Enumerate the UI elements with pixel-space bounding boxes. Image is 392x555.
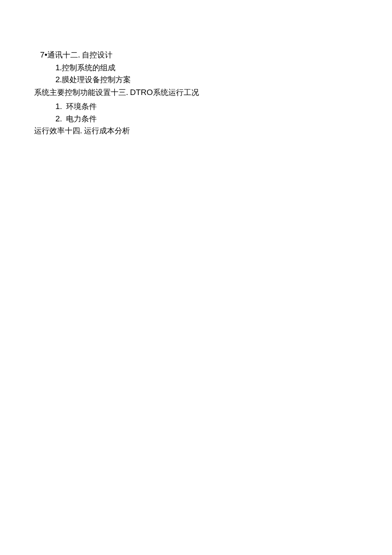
list-item-number: 1 bbox=[55, 62, 60, 74]
section-next-block: 1. 环境条件 2. 电力条件 运行效率十四. 运行成本分析 bbox=[40, 101, 392, 137]
section-13-prefix: 系统主要控制功能设置十三. bbox=[34, 88, 130, 97]
section-7-heading-text: 通讯十二. 自控设计 bbox=[47, 51, 112, 59]
dtro-label: DTRO bbox=[130, 88, 153, 97]
section-13-heading-line: 系统主要控制功能设置十三. DTRO系统运行工况 bbox=[34, 86, 392, 99]
section-14-text: 运行效率十四. 运行成本分析 bbox=[34, 127, 130, 135]
list-item-text: 电力条件 bbox=[66, 115, 97, 123]
section-7-heading-line: 7•通讯十二. 自控设计 bbox=[40, 49, 392, 61]
list-item-text: 控制系统的组成 bbox=[62, 63, 115, 72]
list-item-text: 膜处理设备控制方案 bbox=[62, 75, 131, 84]
list-item: 1. 环境条件 bbox=[40, 101, 392, 112]
list-item: 2. 电力条件 bbox=[40, 113, 392, 125]
section-14-heading-line: 运行效率十四. 运行成本分析 bbox=[34, 125, 392, 137]
list-item: 2 . 膜处理设备控制方案 bbox=[40, 74, 392, 86]
list-item-number: 2 bbox=[55, 74, 60, 86]
list-item-number: 1. bbox=[55, 101, 62, 112]
list-item-text: 环境条件 bbox=[66, 102, 97, 111]
list-item-number: 2. bbox=[55, 113, 62, 125]
section-7-block: 7•通讯十二. 自控设计 1 . 控制系统的组成 2 . 膜处理设备控制方案 系… bbox=[40, 49, 392, 98]
list-item: 1 . 控制系统的组成 bbox=[40, 62, 392, 74]
section-7-number: 7 bbox=[40, 50, 45, 59]
section-13-suffix: 系统运行工况 bbox=[153, 88, 199, 97]
